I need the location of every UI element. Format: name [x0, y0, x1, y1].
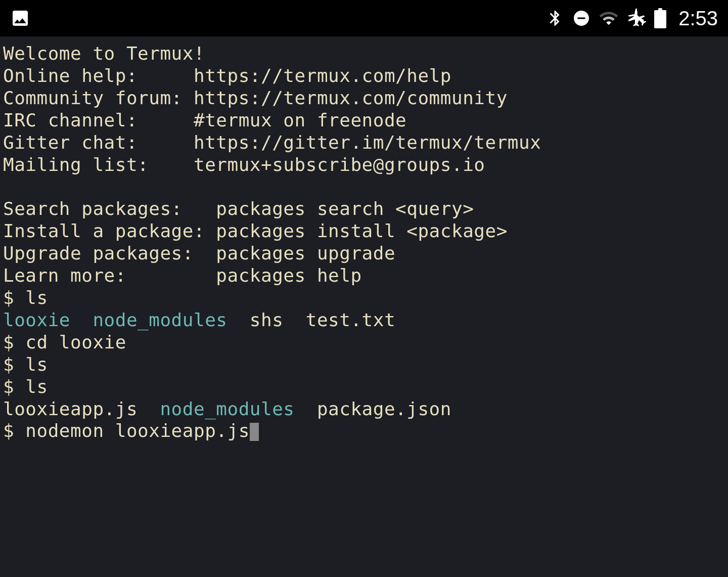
terminal-cursor	[250, 423, 259, 441]
help-label: Online help:	[3, 65, 194, 86]
status-bar-right: 2:53	[546, 7, 718, 30]
forum-value: https://termux.com/community	[194, 87, 508, 108]
learn-value: packages help	[216, 265, 361, 286]
terminal-ls1-output: looxie node_modules shs test.txt	[3, 309, 725, 331]
terminal-output[interactable]: Welcome to Termux! Online help: https://…	[0, 36, 728, 448]
ls-dir-nodemodules: node_modules	[93, 309, 227, 330]
battery-icon	[654, 8, 666, 28]
terminal-forum-line: Community forum: https://termux.com/comm…	[3, 87, 725, 109]
upgrade-value: packages upgrade	[216, 243, 395, 263]
gitter-label: Gitter chat:	[3, 132, 194, 153]
ls-sep	[70, 309, 93, 330]
terminal-search-line: Search packages: packages search <query>	[3, 198, 725, 220]
search-label: Search packages:	[3, 198, 216, 219]
terminal-irc-line: IRC channel: #termux on freenode	[3, 109, 725, 131]
ls-file-looxieapp: looxieapp.js	[3, 398, 160, 419]
ls-dir-nodemodules2: node_modules	[160, 398, 294, 419]
terminal-upgrade-line: Upgrade packages: packages upgrade	[3, 242, 725, 264]
irc-label: IRC channel:	[3, 110, 194, 130]
terminal-mailing-line: Mailing list: termux+subscribe@groups.io	[3, 154, 725, 176]
terminal-welcome: Welcome to Termux!	[3, 42, 725, 65]
search-value: packages search <query>	[216, 198, 474, 219]
do-not-disturb-icon	[572, 9, 590, 27]
help-value: https://termux.com/help	[194, 65, 451, 86]
terminal-help-line: Online help: https://termux.com/help	[3, 65, 725, 87]
terminal-ls2-output: looxieapp.js node_modules package.json	[3, 398, 725, 420]
learn-label: Learn more:	[3, 265, 216, 286]
wifi-icon	[599, 8, 619, 28]
status-time: 2:53	[678, 7, 718, 30]
irc-value: #termux on freenode	[194, 110, 406, 130]
terminal-gitter-line: Gitter chat: https://gitter.im/termux/te…	[3, 131, 725, 154]
current-command: $ nodemon looxieapp.js	[3, 420, 250, 441]
bluetooth-icon	[546, 9, 564, 27]
install-label: Install a package:	[3, 220, 216, 241]
ls-file-packagejson: package.json	[295, 398, 451, 419]
mailing-label: Mailing list:	[3, 154, 194, 175]
ls-files-rest: shs test.txt	[228, 309, 396, 330]
mailing-value: termux+subscribe@groups.io	[194, 154, 485, 175]
ls-dir-looxie: looxie	[3, 309, 70, 330]
terminal-learn-line: Learn more: packages help	[3, 264, 725, 287]
status-bar-left	[10, 8, 30, 28]
svg-rect-1	[658, 8, 662, 11]
terminal-blank2	[3, 175, 725, 198]
forum-label: Community forum:	[3, 87, 194, 108]
install-value: packages install <package>	[216, 220, 508, 241]
airplane-mode-icon	[627, 9, 646, 28]
upgrade-label: Upgrade packages:	[3, 243, 216, 263]
terminal-prompt-ls1: $ ls	[3, 287, 725, 309]
svg-rect-0	[654, 10, 666, 28]
gitter-value: https://gitter.im/termux/termux	[194, 132, 541, 153]
terminal-prompt-ls3: $ ls	[3, 376, 725, 398]
terminal-prompt-ls2: $ ls	[3, 353, 725, 376]
terminal-install-line: Install a package: packages install <pac…	[3, 220, 725, 242]
android-status-bar: 2:53	[0, 0, 728, 36]
terminal-current-prompt[interactable]: $ nodemon looxieapp.js	[3, 420, 725, 442]
image-notification-icon	[10, 8, 30, 28]
terminal-prompt-cd: $ cd looxie	[3, 331, 725, 353]
